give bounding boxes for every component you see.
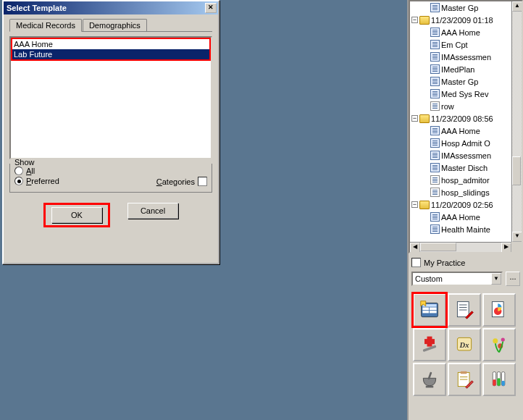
collapse-icon[interactable]: −	[411, 17, 418, 23]
tree-item[interactable]: AAA Home	[441, 28, 480, 37]
categories-checkbox[interactable]	[198, 177, 207, 186]
browse-button[interactable]: ...	[506, 272, 520, 286]
svg-rect-29	[497, 378, 500, 386]
toolbar-grid: Dx	[413, 293, 519, 396]
tree-item[interactable]: IMAssessmen	[441, 151, 491, 160]
doc-icon	[430, 151, 440, 160]
cancel-button[interactable]: Cancel	[127, 203, 178, 219]
show-legend: Show	[13, 158, 36, 167]
tree-item[interactable]: IMAssessmen	[441, 53, 491, 62]
radio-preferred-label: Preferred	[26, 177, 59, 185]
radio-all[interactable]	[14, 167, 23, 175]
titlebar[interactable]: Select Template ✕	[4, 1, 218, 14]
tree-item[interactable]: row	[441, 102, 454, 111]
scroll-left-icon[interactable]: ◀	[410, 243, 420, 253]
test-tubes-icon	[489, 369, 509, 390]
tree-item[interactable]: Med Sys Rev	[441, 90, 488, 98]
template-listbox[interactable]: AAA Home Lab Future	[9, 36, 212, 159]
svg-rect-7	[457, 302, 469, 317]
doc-icon	[430, 28, 440, 37]
medical-cross-button[interactable]	[413, 328, 446, 361]
ok-button[interactable]: OK	[51, 207, 102, 223]
listbox-highlight: AAA Home Lab Future	[11, 38, 211, 61]
radio-all-row[interactable]: All	[14, 167, 156, 175]
radio-preferred-row[interactable]: Preferred	[14, 177, 156, 185]
scroll-up-icon[interactable]: ▲	[512, 1, 522, 12]
dialog-title: Select Template	[5, 4, 205, 12]
doc-icon	[430, 163, 440, 172]
tree-item[interactable]: IMedPlan	[441, 65, 474, 74]
tab-medical-records[interactable]: Medical Records	[9, 19, 82, 32]
test-tubes-button[interactable]	[482, 363, 516, 396]
tree-item[interactable]: AAA Home	[441, 127, 480, 135]
radio-preferred[interactable]	[14, 177, 23, 185]
my-practice-label: My Practice	[424, 259, 465, 267]
tree-folder[interactable]: 11/23/2009 01:18	[431, 16, 493, 25]
tree-folder[interactable]: 11/20/2009 02:56	[431, 201, 493, 209]
doc-icon	[430, 126, 440, 135]
tree-item[interactable]: Master Disch	[441, 164, 488, 172]
doc-icon	[430, 77, 440, 86]
doc-icon	[430, 89, 440, 98]
right-panel: Master Gp −11/23/2009 01:18 AAA Home Em …	[407, 0, 523, 420]
tab-demographics[interactable]: Demographics	[83, 19, 147, 31]
filter-row: Custom ▼ ...	[409, 272, 523, 292]
tree-item[interactable]: hosp_admitor	[441, 176, 490, 185]
collapse-icon[interactable]: −	[411, 201, 418, 208]
folder-open-icon	[419, 114, 430, 123]
tree-item[interactable]: Master Gp	[441, 77, 478, 86]
svg-point-17	[493, 338, 498, 343]
pie-doc-button[interactable]	[482, 293, 516, 327]
doc-icon	[430, 3, 440, 12]
vertical-scrollbar[interactable]: ▲ ▼	[511, 1, 522, 242]
tree-folder[interactable]: 11/23/2009 08:56	[431, 114, 493, 123]
close-button[interactable]: ✕	[205, 3, 217, 13]
svg-text:Dx: Dx	[459, 341, 469, 349]
show-group: Show All Preferred Categories	[9, 164, 212, 193]
scroll-thumb[interactable]	[420, 243, 456, 251]
tree-item[interactable]: Hosp Admit O	[441, 139, 490, 148]
scroll-down-icon[interactable]: ▼	[512, 232, 522, 242]
dx-scroll-button[interactable]: Dx	[448, 328, 481, 361]
doc-pen-button[interactable]	[448, 293, 481, 327]
chevron-down-icon[interactable]: ▼	[491, 273, 501, 285]
doc-icon	[430, 188, 440, 197]
tree-item[interactable]: Health Mainte	[441, 225, 490, 234]
collapse-icon[interactable]: −	[411, 115, 418, 122]
doc-icon	[430, 212, 440, 222]
tree-item[interactable]: AAA Home	[441, 213, 480, 222]
tree-view[interactable]: Master Gp −11/23/2009 01:18 AAA Home Em …	[409, 0, 523, 253]
doc-pen-icon	[454, 300, 474, 320]
tree-item[interactable]: Master Gp	[441, 4, 478, 12]
tab-strip: Medical Records Demographics	[9, 19, 212, 32]
tree-item[interactable]: Em Cpt	[441, 41, 468, 49]
medical-cross-icon	[419, 335, 440, 355]
scroll-right-icon[interactable]: ▶	[501, 243, 511, 253]
dx-scroll-icon: Dx	[454, 335, 474, 355]
mortar-pestle-button[interactable]	[413, 363, 446, 396]
list-item[interactable]: AAA Home	[12, 39, 209, 49]
svg-rect-21	[426, 386, 434, 388]
clipboard-pen-button[interactable]	[448, 363, 481, 396]
ok-highlight: OK	[43, 203, 110, 227]
svg-point-18	[501, 337, 505, 341]
horizontal-scrollbar[interactable]: ◀ ▶	[410, 242, 511, 252]
flowers-button[interactable]	[482, 328, 516, 361]
my-practice-checkbox[interactable]	[411, 258, 421, 267]
doc-icon	[430, 224, 440, 234]
template-grid-icon	[419, 300, 440, 320]
scroll-thumb[interactable]	[512, 156, 521, 185]
doc-icon	[430, 101, 440, 111]
svg-rect-13	[424, 339, 435, 344]
template-grid-button[interactable]	[413, 293, 446, 327]
combo-value: Custom	[413, 274, 491, 283]
my-practice-row[interactable]: My Practice	[409, 253, 523, 272]
svg-rect-27	[493, 379, 495, 386]
pie-doc-icon	[489, 300, 509, 320]
svg-rect-5	[430, 311, 437, 314]
tree-item[interactable]: hosp_slidings	[441, 188, 490, 197]
list-item-selected[interactable]: Lab Future	[12, 49, 209, 59]
categories-label: Categories	[156, 177, 195, 186]
filter-combo[interactable]: Custom ▼	[411, 272, 503, 286]
categories-row[interactable]: Categories	[156, 177, 207, 186]
